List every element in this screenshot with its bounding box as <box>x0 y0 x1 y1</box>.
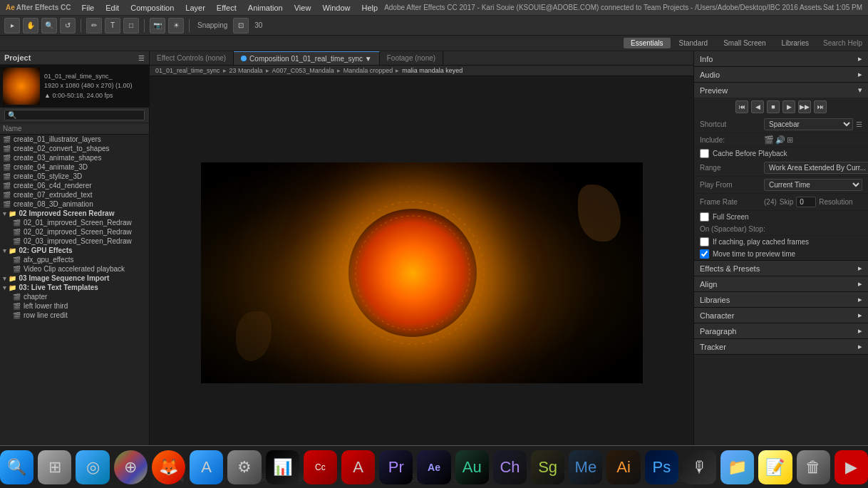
dock-icon-character-animator[interactable]: Ch <box>493 450 527 484</box>
range-select[interactable]: Work Area Extended By Curr... <box>764 162 868 174</box>
bc-2[interactable]: A007_C053_Mandala <box>272 67 334 74</box>
preview-first[interactable]: ⏮ <box>735 100 748 113</box>
audio-header[interactable]: Audio ▸ <box>694 67 868 82</box>
dock-icon-trash[interactable]: 🗑 <box>797 450 830 484</box>
project-item[interactable]: 🎬create_02_convert_to_shapes <box>0 144 149 153</box>
project-item[interactable]: 🎬02_02_improved_Screen_Redraw <box>0 227 149 237</box>
dock-icon-microphone[interactable]: 🎙 <box>683 450 716 484</box>
dock-icon-finder[interactable]: 🔍 <box>0 450 33 484</box>
menu-layer[interactable]: Layer <box>180 2 210 14</box>
project-item[interactable]: ▾ 📁02: GPU Effects <box>0 246 149 255</box>
dock-icon-premiere[interactable]: Pr <box>379 450 413 484</box>
full-screen-checkbox[interactable] <box>700 212 709 222</box>
project-item[interactable]: 🎬02_01_improved_Screen_Redraw <box>0 218 149 227</box>
menu-file[interactable]: File <box>76 2 99 14</box>
menu-view[interactable]: View <box>289 2 316 14</box>
project-item[interactable]: 🎬create_07_extruded_text <box>0 190 149 199</box>
shortcut-select[interactable]: Spacebar <box>764 118 853 130</box>
character-header[interactable]: Character ▸ <box>694 308 868 323</box>
project-item[interactable]: ▾ 📁03: Live Text Templates <box>0 283 149 292</box>
tool-text[interactable]: T <box>105 18 120 33</box>
project-search-input[interactable] <box>4 110 145 120</box>
project-item[interactable]: 🎬create_04_animate_3D <box>0 162 149 172</box>
effects-header[interactable]: Effects & Presets ▸ <box>694 261 868 276</box>
dock-icon-chrome[interactable]: ⊕ <box>114 450 148 484</box>
panel-tab-footage[interactable]: Footage (none) <box>380 51 443 65</box>
project-item[interactable]: 🎬afx_gpu_effects <box>0 255 149 264</box>
dock-icon-acrobat[interactable]: A <box>341 450 375 484</box>
tool-shape[interactable]: □ <box>123 18 139 33</box>
menu-animation[interactable]: Animation <box>243 2 288 14</box>
dock-icon-activity[interactable]: 📊 <box>266 450 299 484</box>
tool-pen[interactable]: ✏ <box>86 18 102 33</box>
preview-next-frame[interactable]: ▶▶ <box>798 100 811 113</box>
dock-icon-after-effects[interactable]: Ae <box>417 450 450 484</box>
preview-header[interactable]: Preview ▾ <box>694 83 868 98</box>
tool-light[interactable]: ☀ <box>168 18 184 33</box>
skip-input[interactable] <box>796 197 816 207</box>
project-item[interactable]: 🎬left lower third <box>0 301 149 311</box>
tool-hand[interactable]: ✋ <box>23 18 38 33</box>
tool-rotate[interactable]: ↺ <box>60 18 76 33</box>
play-from-select[interactable]: Current Time <box>764 179 862 191</box>
preview-prev-frame[interactable]: ◀ <box>751 100 764 113</box>
panel-tab-composition[interactable]: Composition 01_01_real_time_sync ▼ <box>234 51 380 65</box>
dock-icon-settings[interactable]: ⚙ <box>227 450 261 484</box>
menu-composition[interactable]: Composition <box>125 2 179 14</box>
dock-icon-creative-cloud[interactable]: Cc <box>304 450 337 484</box>
ws-tab-libraries[interactable]: Libraries <box>775 38 816 48</box>
dock-icon-speedgrade[interactable]: Sg <box>531 450 564 484</box>
project-item[interactable]: 🎬chapter <box>0 292 149 301</box>
menu-edit[interactable]: Edit <box>100 2 124 14</box>
if-caching-checkbox[interactable] <box>700 237 709 246</box>
dock-icon-safari[interactable]: ◎ <box>76 450 109 484</box>
dock-icon-photoshop[interactable]: Ps <box>645 450 678 484</box>
libraries-header[interactable]: Libraries ▸ <box>694 292 868 307</box>
shortcut-menu[interactable]: ☰ <box>856 120 862 128</box>
panel-tab-effect-controls[interactable]: Effect Controls (none) <box>150 51 234 65</box>
dock-icon-firefox[interactable]: 🦊 <box>152 450 185 484</box>
dock-icon-notes[interactable]: 📝 <box>758 450 792 484</box>
dock-icon-folder[interactable]: 📁 <box>720 450 754 484</box>
preview-last[interactable]: ⏭ <box>814 100 827 113</box>
preview-play[interactable]: ▶ <box>782 100 795 113</box>
info-header[interactable]: Info ▸ <box>694 51 868 66</box>
bc-0[interactable]: 01_01_real_time_sync <box>155 67 220 74</box>
project-item[interactable]: ▾ 📁02 Improved Screen Redraw <box>0 209 149 218</box>
dock-icon-launchpad[interactable]: ⊞ <box>38 450 71 484</box>
project-item[interactable]: 🎬row line credit <box>0 311 149 320</box>
search-help[interactable]: Search Help <box>823 39 862 47</box>
ws-tab-essentials[interactable]: Essentials <box>624 38 671 48</box>
move-time-checkbox[interactable] <box>700 249 709 259</box>
project-item[interactable]: 🎬Video Clip accelerated playback <box>0 264 149 274</box>
dock-icon-youtube[interactable]: ▶ <box>835 450 868 484</box>
ws-tab-small-screen[interactable]: Small Screen <box>716 38 773 48</box>
tool-camera[interactable]: 📷 <box>150 18 165 33</box>
align-header[interactable]: Align ▸ <box>694 276 868 291</box>
paragraph-header[interactable]: Paragraph ▸ <box>694 323 868 338</box>
project-item[interactable]: 🎬create_01_illustrator_layers <box>0 135 149 144</box>
cache-playback-checkbox[interactable] <box>700 149 709 158</box>
project-item[interactable]: ▾ 📁03 Image Sequence Import <box>0 274 149 283</box>
dock-icon-media-encoder[interactable]: Me <box>569 450 602 484</box>
ws-tab-standard[interactable]: Standard <box>672 38 715 48</box>
menu-window[interactable]: Window <box>317 2 355 14</box>
tool-select[interactable]: ▸ <box>4 18 20 33</box>
preview-stop[interactable]: ■ <box>767 100 780 113</box>
project-item[interactable]: 🎬create_08_3D_animation <box>0 199 149 209</box>
project-item[interactable]: 🎬02_03_improved_Screen_Redraw <box>0 237 149 246</box>
dock-icon-appstore[interactable]: A <box>190 450 223 484</box>
project-item[interactable]: 🎬create_05_stylize_3D <box>0 172 149 181</box>
bc-1[interactable]: 23 Mandala <box>229 67 263 74</box>
menu-effect[interactable]: Effect <box>212 2 242 14</box>
project-menu-icon[interactable]: ☰ <box>138 54 145 62</box>
dock-icon-illustrator[interactable]: Ai <box>606 450 640 484</box>
project-item[interactable]: 🎬create_06_c4d_renderer <box>0 181 149 190</box>
tool-zoom[interactable]: 🔍 <box>41 18 57 33</box>
snapping-toggle[interactable]: ⊡ <box>233 18 249 33</box>
menu-help[interactable]: Help <box>357 2 383 14</box>
tracker-header[interactable]: Tracker ▸ <box>694 339 868 354</box>
dock-icon-audition[interactable]: Au <box>455 450 489 484</box>
bc-4[interactable]: malia mandala keyed <box>402 67 463 74</box>
project-item[interactable]: 🎬create_03_animate_shapes <box>0 153 149 162</box>
